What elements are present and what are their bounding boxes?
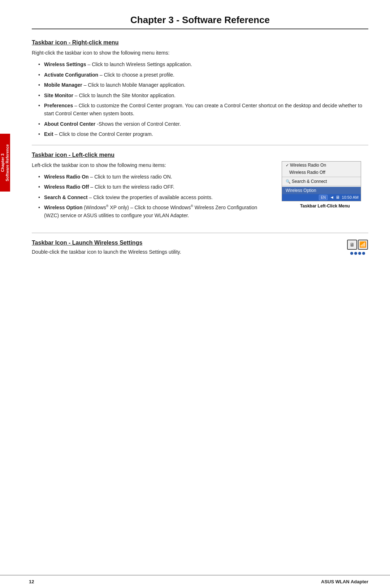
desc: – Click to launch the Site Monitor appli… (75, 93, 176, 98)
left-click-intro: Left-click the taskbar icon to show the … (32, 161, 271, 169)
taskbar-menu-image: Wireless Radio On Wireless Radio Off Sea… (282, 161, 361, 201)
menu-divider-2 (282, 186, 361, 186)
term: Site Monitor (44, 93, 73, 98)
taskbar-lang: EN (319, 195, 328, 200)
launch-section-text: Taskbar Icon - Launch Wireless Settings … (32, 240, 339, 255)
title-rule (32, 29, 368, 29)
wireless-settings-icon: 🖥 📶 (347, 240, 368, 250)
term: Wireless Radio On (44, 174, 89, 180)
left-click-section: Left-click the taskbar icon to show the … (32, 161, 368, 226)
desc: – Click to customize the Control Center … (44, 103, 362, 116)
taskbar-bar: EN ◄ 🖥 10:50 AM (282, 194, 361, 201)
footer-page-number: 12 (29, 579, 34, 584)
term: Wireless Option (44, 205, 82, 210)
monitor-icon: 🖥 (347, 240, 357, 250)
menu-item-wireless-on: Wireless Radio On (282, 162, 361, 169)
menu-divider (282, 177, 361, 177)
section-divider-2 (32, 233, 368, 233)
menu-screenshot-col: Wireless Radio On Wireless Radio Off Sea… (282, 161, 368, 209)
list-item: Wireless Radio Off – Click to turn the w… (38, 183, 271, 191)
side-tab-text: Chapter 3Software Reference (0, 144, 10, 181)
section-divider (32, 145, 368, 145)
page-footer: 12 ASUS WLAN Adapter (0, 575, 390, 588)
launch-heading: Taskbar Icon - Launch Wireless Settings (32, 240, 339, 246)
desc: – Click to choose a preset profile. (100, 72, 174, 78)
desc: – Click to turn the wireless radio OFF. (90, 184, 174, 190)
launch-icon-area: 🖥 📶 (347, 240, 368, 255)
icon-dots (350, 252, 365, 255)
term: Exit (44, 131, 53, 137)
term: Preferences (44, 103, 73, 108)
launch-section: Taskbar Icon - Launch Wireless Settings … (32, 240, 368, 255)
menu-caption: Taskbar Left-Click Menu (282, 203, 368, 209)
list-item: Activate Configuration – Click to choose… (38, 71, 368, 79)
taskbar-icons: ◄ 🖥 (330, 195, 339, 200)
list-item: Wireless Option (Windows® XP only) – Cli… (38, 203, 271, 220)
menu-item-search-connect: Search & Connect (282, 178, 361, 185)
footer-product-title: ASUS WLAN Adapter (321, 579, 368, 584)
wireless-icon: 📶 (358, 240, 368, 250)
dot-1 (350, 252, 353, 255)
term: Search & Connect (44, 194, 88, 200)
desc: – Click toview the properties of availab… (89, 194, 212, 200)
desc: -Shows the version of Control Center. (97, 121, 181, 127)
desc: – Click to launch Wireless Settings appl… (87, 61, 192, 67)
left-click-list: Wireless Radio On – Click to turn the wi… (38, 173, 271, 220)
list-item: Mobile Manager – Click to launch Mobile … (38, 81, 368, 89)
left-click-heading: Taskbar icon - Left-click menu (32, 152, 368, 158)
term: Mobile Manager (44, 82, 82, 88)
term: Wireless Radio Off (44, 184, 89, 190)
chapter-title: Chapter 3 - Software Reference (32, 14, 368, 26)
desc: – Click to close the Control Center prog… (55, 131, 153, 137)
list-item: Exit – Click to close the Control Center… (38, 130, 368, 138)
taskbar-time: 10:50 AM (342, 195, 359, 199)
launch-desc: Double-click the taskbar icon to launch … (32, 249, 339, 255)
right-click-list: Wireless Settings – Click to launch Wire… (38, 60, 368, 138)
desc: – Click to turn the wireless radio ON. (90, 174, 172, 180)
side-tab: Chapter 3Software Reference (0, 134, 10, 192)
list-item: Wireless Radio On – Click to turn the wi… (38, 173, 271, 181)
list-item: About Control Center -Shows the version … (38, 120, 368, 128)
list-item: Site Monitor – Click to launch the Site … (38, 91, 368, 99)
right-click-heading: Taskbar icon - Right-click menu (32, 39, 368, 46)
dot-3 (358, 252, 361, 255)
dot-2 (354, 252, 357, 255)
list-item: Search & Connect – Click toview the prop… (38, 193, 271, 201)
list-item: Wireless Settings – Click to launch Wire… (38, 60, 368, 68)
term: About Control Center (44, 121, 95, 127)
menu-item-wireless-option: Wireless Option (282, 187, 361, 194)
menu-item-wireless-off: Wireless Radio Off (282, 169, 361, 176)
list-item: Preferences – Click to customize the Con… (38, 102, 368, 118)
desc: – Click to launch Mobile Manager applica… (84, 82, 186, 88)
left-click-text-col: Left-click the taskbar icon to show the … (32, 161, 271, 226)
dot-4 (362, 252, 365, 255)
term: Activate Configuration (44, 72, 98, 78)
right-click-intro: Right-click the taskbar icon to show the… (32, 49, 368, 57)
term: Wireless Settings (44, 61, 86, 67)
